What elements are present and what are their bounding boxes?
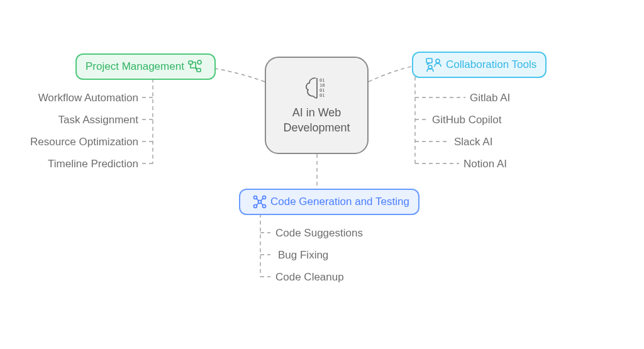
svg-text:10: 10 (319, 83, 325, 88)
svg-point-21 (197, 60, 201, 64)
pm-item-1: Task Assignment (38, 114, 138, 126)
center-node: 0110 0101 AI in Web Development (265, 57, 369, 154)
svg-point-24 (436, 59, 440, 63)
svg-rect-20 (189, 61, 192, 64)
branch-code-generation: Code Generation and Testing (239, 189, 419, 215)
codegen-label: Code Generation and Testing (270, 196, 409, 208)
nodes-icon (253, 195, 267, 209)
pm-label: Project Management (86, 60, 184, 73)
pm-item-2: Resource Optimization (25, 136, 138, 148)
collab-item-0: Gitlab AI (470, 92, 510, 104)
svg-point-28 (258, 201, 262, 204)
collab-item-2: Slack AI (454, 136, 492, 148)
connectors (0, 0, 644, 349)
svg-point-27 (263, 196, 266, 199)
codegen-item-1: Bug Fixing (278, 249, 328, 262)
center-label: AI in Web Development (275, 106, 358, 135)
svg-point-29 (254, 205, 257, 208)
branch-project-management: Project Management (75, 53, 216, 80)
collab-item-3: Notion AI (464, 158, 507, 170)
svg-rect-23 (426, 58, 432, 63)
collab-item-1: GitHub Copilot (432, 114, 502, 126)
codegen-item-0: Code Suggestions (275, 227, 363, 240)
svg-rect-22 (197, 69, 201, 72)
svg-text:01: 01 (319, 88, 325, 93)
ai-brain-icon: 0110 0101 (302, 75, 332, 101)
svg-text:01: 01 (319, 93, 325, 98)
svg-point-30 (263, 205, 266, 208)
pm-item-3: Timeline Prediction (38, 158, 138, 170)
people-chat-icon (426, 58, 442, 72)
branch-collaboration-tools: Collaboration Tools (412, 52, 547, 78)
codegen-item-2: Code Cleanup (275, 271, 344, 284)
flow-icon (188, 60, 202, 74)
svg-text:01: 01 (319, 78, 325, 83)
pm-item-0: Workflow Automation (38, 92, 138, 104)
collab-label: Collaboration Tools (446, 58, 536, 71)
svg-point-26 (254, 196, 257, 199)
